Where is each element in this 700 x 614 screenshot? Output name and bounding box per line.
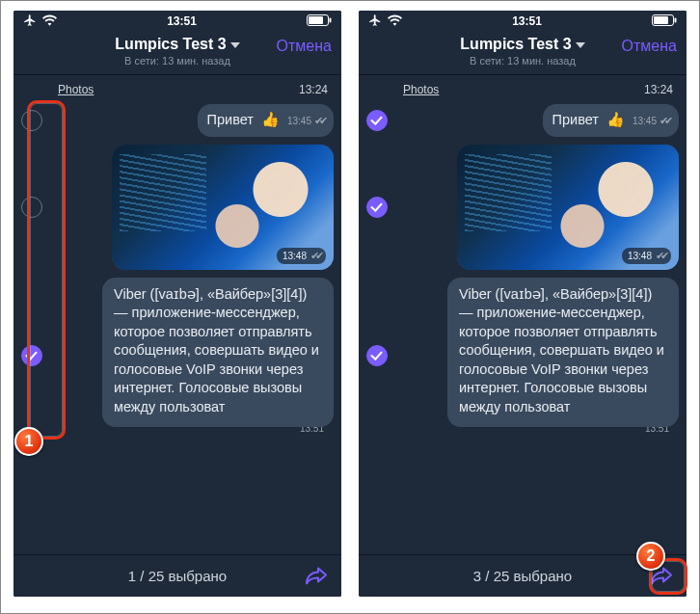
wifi-icon bbox=[42, 14, 57, 29]
message-time: 13:48 ✔✔ bbox=[277, 248, 326, 264]
battery-icon bbox=[652, 14, 677, 29]
selection-footer: 1 / 25 выбрано bbox=[13, 554, 341, 597]
forward-button[interactable] bbox=[650, 565, 673, 587]
double-check-icon: ✔✔ bbox=[656, 250, 665, 262]
selection-footer: 3 / 25 выбрано bbox=[359, 554, 687, 597]
message-row[interactable]: Привет 👍 13:45 ✔✔ bbox=[21, 104, 334, 137]
chat-subtitle: В сети: 13 мин. назад bbox=[426, 55, 619, 67]
phone-right: 13:51 Lumpics Test 3 В сети: 13 мин. наз… bbox=[359, 11, 687, 597]
message-text: Привет bbox=[207, 111, 254, 130]
message-row[interactable]: Viber ([vaɪbə], «Вайбер»[3][4]) — прилож… bbox=[21, 278, 334, 434]
chat-title[interactable]: Lumpics Test 3 bbox=[460, 36, 584, 53]
message-time: 13:48 ✔✔ bbox=[622, 248, 671, 264]
chat-title-text: Lumpics Test 3 bbox=[460, 36, 571, 53]
message-time: 13:45 ✔✔ bbox=[633, 115, 669, 127]
chat-header: Lumpics Test 3 В сети: 13 мин. назад Отм… bbox=[359, 32, 687, 75]
select-circle[interactable] bbox=[21, 345, 42, 366]
svg-rect-2 bbox=[329, 17, 331, 22]
select-circle[interactable] bbox=[21, 197, 42, 218]
photos-divider: Photos 13:24 bbox=[366, 81, 679, 104]
message-image-bubble: 13:48 ✔✔ bbox=[112, 145, 334, 270]
svg-rect-1 bbox=[309, 16, 323, 24]
message-text: Viber ([vaɪbə], «Вайбер»[3][4]) — прилож… bbox=[114, 285, 322, 417]
photos-label[interactable]: Photos bbox=[403, 83, 439, 96]
cancel-button[interactable]: Отмена bbox=[619, 36, 677, 55]
message-bubble: Привет 👍 13:45 ✔✔ bbox=[543, 104, 679, 137]
svg-rect-5 bbox=[674, 17, 676, 22]
thumbs-up-icon: 👍 bbox=[261, 111, 280, 128]
select-circle[interactable] bbox=[366, 197, 388, 218]
messages-area: Photos 13:24 Привет 👍 13:45 ✔✔ bbox=[13, 75, 341, 576]
airplane-mode-icon bbox=[23, 13, 37, 30]
select-circle[interactable] bbox=[366, 110, 388, 131]
message-row[interactable]: 13:48 ✔✔ bbox=[366, 145, 679, 270]
message-row[interactable]: Viber ([vaɪbə], «Вайбер»[3][4]) — прилож… bbox=[366, 278, 679, 434]
message-row[interactable]: 13:48 ✔✔ bbox=[21, 145, 334, 270]
chat-subtitle: В сети: 13 мин. назад bbox=[81, 55, 274, 67]
status-bar: 13:51 bbox=[359, 11, 687, 32]
cancel-button[interactable]: Отмена bbox=[274, 36, 332, 55]
selection-count: 1 / 25 выбрано bbox=[128, 568, 227, 584]
forward-button[interactable] bbox=[305, 565, 328, 587]
message-bubble: Привет 👍 13:45 ✔✔ bbox=[198, 104, 334, 137]
double-check-icon: ✔✔ bbox=[660, 115, 669, 127]
chat-header: Lumpics Test 3 В сети: 13 мин. назад Отм… bbox=[13, 32, 341, 75]
select-circle[interactable] bbox=[21, 110, 42, 131]
phone-left: 13:51 Lumpics Test 3 В сети: 13 мин. наз… bbox=[13, 11, 341, 597]
chevron-down-icon bbox=[576, 36, 585, 53]
status-time: 13:51 bbox=[512, 14, 542, 28]
double-check-icon: ✔✔ bbox=[310, 250, 320, 262]
status-bar: 13:51 bbox=[13, 11, 341, 32]
thumbs-up-icon: 👍 bbox=[606, 111, 625, 128]
message-time: 13:45 ✔✔ bbox=[287, 115, 324, 127]
message-row[interactable]: Привет 👍 13:45 ✔✔ bbox=[366, 104, 679, 137]
airplane-mode-icon bbox=[368, 13, 382, 30]
photos-divider: Photos 13:24 bbox=[21, 81, 334, 104]
photos-time: 13:24 bbox=[644, 83, 673, 96]
wifi-icon bbox=[388, 14, 402, 29]
message-bubble: Viber ([vaɪbə], «Вайбер»[3][4]) — прилож… bbox=[102, 278, 334, 427]
chat-title-text: Lumpics Test 3 bbox=[115, 36, 226, 53]
select-circle[interactable] bbox=[366, 345, 388, 366]
status-time: 13:51 bbox=[167, 14, 197, 28]
message-bubble: Viber ([vaɪbə], «Вайбер»[3][4]) — прилож… bbox=[447, 278, 679, 427]
battery-icon bbox=[307, 14, 332, 29]
messages-area: Photos 13:24 Привет 👍 13:45 ✔✔ bbox=[359, 75, 687, 576]
chevron-down-icon bbox=[230, 36, 240, 53]
photos-time: 13:24 bbox=[299, 83, 328, 96]
double-check-icon: ✔✔ bbox=[314, 115, 324, 127]
message-text: Viber ([vaɪbə], «Вайбер»[3][4]) — прилож… bbox=[459, 285, 667, 417]
chat-title[interactable]: Lumpics Test 3 bbox=[115, 36, 239, 53]
message-image-bubble: 13:48 ✔✔ bbox=[457, 145, 679, 270]
selection-count: 3 / 25 выбрано bbox=[473, 568, 572, 584]
message-text: Привет bbox=[552, 111, 599, 130]
svg-rect-4 bbox=[654, 16, 668, 24]
photos-label[interactable]: Photos bbox=[58, 83, 94, 96]
